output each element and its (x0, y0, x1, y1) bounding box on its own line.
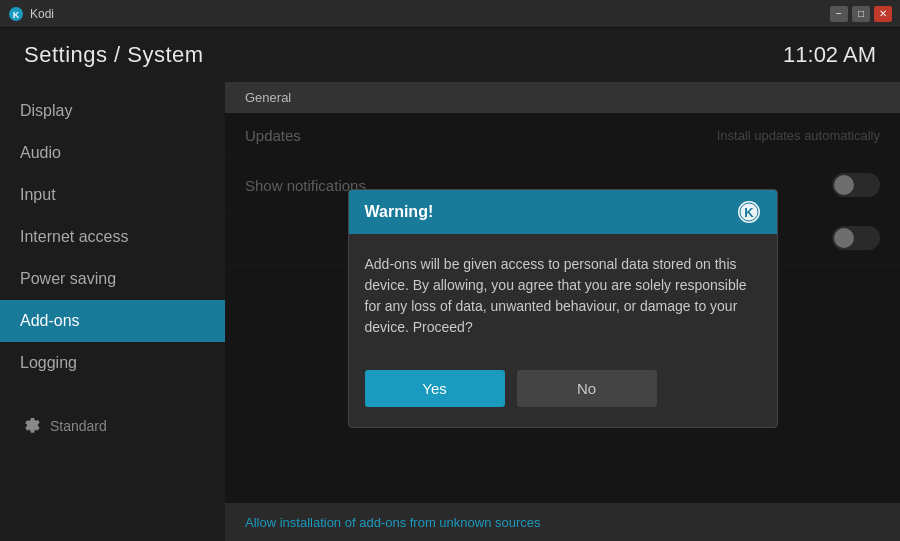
dialog-kodi-icon: K (737, 200, 761, 224)
title-bar-left: K Kodi (8, 6, 54, 22)
panel-content: Updates Install updates automatically Sh… (225, 113, 900, 503)
maximize-button[interactable]: □ (852, 6, 870, 22)
close-button[interactable]: ✕ (874, 6, 892, 22)
sidebar: Display Audio Input Internet access Powe… (0, 82, 225, 541)
title-bar-controls: − □ ✕ (830, 6, 892, 22)
yes-button[interactable]: Yes (365, 370, 505, 407)
svg-text:K: K (13, 10, 20, 20)
sidebar-item-input[interactable]: Input (0, 174, 225, 216)
content-area: Display Audio Input Internet access Powe… (0, 82, 900, 541)
footer-link[interactable]: Allow installation of add-ons from unkno… (245, 515, 541, 530)
sidebar-item-audio[interactable]: Audio (0, 132, 225, 174)
sidebar-item-logging[interactable]: Logging (0, 342, 225, 384)
title-bar: K Kodi − □ ✕ (0, 0, 900, 28)
minimize-button[interactable]: − (830, 6, 848, 22)
sidebar-item-internet-access[interactable]: Internet access (0, 216, 225, 258)
sidebar-item-power-saving[interactable]: Power saving (0, 258, 225, 300)
main-panel: General Updates Install updates automati… (225, 82, 900, 541)
warning-dialog: Warning! K Add-ons will be given access … (348, 189, 778, 428)
standard-label: Standard (50, 418, 107, 434)
header-time: 11:02 AM (783, 42, 876, 68)
panel-footer: Allow installation of add-ons from unkno… (225, 503, 900, 541)
dialog-message: Add-ons will be given access to personal… (349, 234, 777, 358)
sidebar-footer: Standard (0, 404, 225, 448)
sidebar-item-add-ons[interactable]: Add-ons (0, 300, 225, 342)
header: Settings / System 11:02 AM (0, 28, 900, 82)
kodi-icon: K (8, 6, 24, 22)
dialog-header: Warning! K (349, 190, 777, 234)
dialog-buttons: Yes No (349, 358, 777, 427)
page-title: Settings / System (24, 42, 204, 68)
sidebar-item-display[interactable]: Display (0, 90, 225, 132)
gear-icon (20, 416, 40, 436)
title-bar-title: Kodi (30, 7, 54, 21)
main-container: Settings / System 11:02 AM Display Audio… (0, 28, 900, 541)
no-button[interactable]: No (517, 370, 657, 407)
dialog-overlay: Warning! K Add-ons will be given access … (225, 113, 900, 503)
dialog-title: Warning! (365, 203, 434, 221)
svg-text:K: K (744, 205, 754, 220)
panel-tab: General (225, 82, 900, 113)
